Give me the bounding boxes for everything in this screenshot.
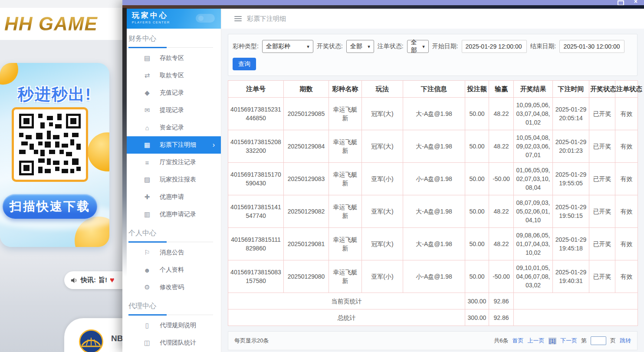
- sidebar-item-hall-bet-record[interactable]: ≡厅室投注记录: [127, 154, 221, 171]
- order-status-label: 注单状态:: [378, 43, 404, 50]
- start-date-input[interactable]: [462, 40, 527, 53]
- sidebar-item-profile[interactable]: ☻个人资料: [127, 261, 221, 279]
- lottery-type-value: 全部彩种: [266, 43, 290, 50]
- sidebar-item-withdraw[interactable]: ⇄取款专区: [127, 67, 221, 84]
- column-header: 投注额: [465, 81, 489, 98]
- sidebar-item-label: 优惠申请: [160, 193, 184, 201]
- sidebar-section-title: 代理中心: [128, 302, 213, 315]
- table-cell: 2025-01-29 19:40:31: [553, 260, 589, 293]
- table-cell: 2025-01-29 19:50:15: [553, 195, 589, 228]
- table-cell: 冠军(大): [362, 98, 403, 130]
- column-header: 期数: [284, 81, 329, 98]
- summary-bet-total: 300.00: [465, 309, 489, 326]
- table-cell: 20250129084: [284, 130, 329, 163]
- table-cell: 50.00: [465, 98, 489, 130]
- bridge-logo-svg: [80, 331, 102, 352]
- column-header: 注单号: [228, 81, 284, 98]
- table-cell: 401569173815208332200: [228, 130, 284, 163]
- table-cell: 50.00: [465, 195, 489, 228]
- nba-widget-card[interactable]: NB: [64, 318, 127, 352]
- sidebar-item-promo-apply[interactable]: ✚优惠申请: [127, 188, 221, 206]
- stats-icon: ◫: [143, 339, 151, 347]
- draw-status-label: 开奖状态:: [317, 43, 343, 50]
- table-cell: 09,08,06,05,01,07,04,03,10,02: [514, 228, 553, 260]
- sidebar-item-label: 玩家投注报表: [160, 176, 196, 184]
- sidebar-item-promo-apply-record[interactable]: ▥优惠申请记录: [127, 206, 221, 223]
- sidebar-item-funds-record[interactable]: ⌂资金记录: [127, 119, 221, 136]
- table-cell: 48.22: [489, 98, 514, 130]
- promo-apply-record-icon: ▥: [143, 211, 151, 218]
- current-page-indicator: [1]: [549, 338, 556, 344]
- players-center-window: × 玩家中心 PLAYERS CENTER 财务中心▤存款专区⇄取款专区◆充值记…: [122, 0, 644, 352]
- table-cell: 50.00: [465, 163, 489, 195]
- table-cell: 亚军(小): [362, 163, 403, 195]
- draw-status-select[interactable]: 全部 ▾: [346, 40, 374, 53]
- jump-suffix-label: 页: [610, 337, 616, 345]
- lottery-type-select[interactable]: 全部彩种 ▾: [262, 40, 313, 53]
- sidebar-item-agent-team-stats[interactable]: ◫代理团队统计: [127, 334, 221, 352]
- sidebar-item-lottery-bet-detail[interactable]: ▦彩票下注明细›: [127, 136, 221, 154]
- next-page-link[interactable]: 下一页: [560, 337, 577, 345]
- table-row: 40156917381517059043020250129083幸运飞艇新亚军(…: [228, 163, 638, 195]
- table-cell: -50.00: [489, 260, 514, 293]
- sidebar-item-label: 厅室投注记录: [160, 158, 196, 166]
- ticker-label: 快讯:: [81, 276, 96, 284]
- column-header: 开奖结果: [514, 81, 553, 98]
- table-row: 40156917381520833220020250129084幸运飞艇新冠军(…: [228, 130, 638, 163]
- table-cell: 有效: [615, 260, 638, 293]
- recharge-record-icon: ◆: [143, 89, 151, 97]
- query-button[interactable]: 查询: [233, 58, 256, 70]
- lottery-bet-detail-icon: ▦: [143, 141, 151, 149]
- sidebar-item-announcements[interactable]: ⚐消息公告: [127, 244, 221, 261]
- order-status-select[interactable]: 全部 ▾: [407, 40, 429, 53]
- page-jump-input[interactable]: [591, 336, 606, 345]
- table-cell: 2025-01-29 19:45:18: [553, 228, 589, 260]
- table-cell: 01,06,05,09,02,07,03,10,08,04: [514, 163, 553, 195]
- sidebar-item-label: 代理规则说明: [160, 322, 196, 329]
- table-cell: 401569173815231446850: [228, 98, 284, 130]
- column-header: 下注信息: [403, 81, 465, 98]
- sidebar-item-recharge-record[interactable]: ◆充值记录: [127, 84, 221, 102]
- sidebar-item-label: 存款专区: [160, 54, 184, 62]
- summary-label: 当前页统计: [228, 293, 465, 309]
- table-cell: 50.00: [465, 130, 489, 163]
- sidebar-menu: 财务中心▤存款专区⇄取款专区◆充值记录✉提现记录⌂资金记录▦彩票下注明细›≡厅室…: [122, 34, 221, 352]
- sidebar-item-deposit[interactable]: ▤存款专区: [127, 49, 221, 67]
- site-logo-strip: HH GAME: [0, 8, 127, 40]
- table-cell: 已开奖: [589, 195, 615, 228]
- jump-prefix-label: 第: [581, 337, 587, 345]
- page-edge-shadow: [122, 8, 127, 277]
- app-download-promo-card: 秒进秒出!: [0, 63, 109, 247]
- chevron-down-icon: ▾: [422, 44, 425, 49]
- promo-apply-icon: ✚: [143, 193, 151, 201]
- news-ticker[interactable]: 快讯: 旨! ♥: [64, 271, 127, 289]
- jump-button[interactable]: 跳转: [620, 337, 631, 345]
- table-cell: 小-A盘@1.98: [403, 163, 465, 195]
- table-cell: 20250129083: [284, 163, 329, 195]
- scan-download-button[interactable]: 扫描快速下载: [3, 194, 97, 219]
- end-date-input[interactable]: [559, 40, 624, 53]
- table-cell: 50.00: [465, 260, 489, 293]
- summary-label: 总统计: [228, 309, 465, 326]
- table-cell: 幸运飞艇新: [329, 260, 362, 293]
- table-cell: 已开奖: [589, 130, 615, 163]
- sidebar-item-agent-rules[interactable]: ▯代理规则说明: [127, 317, 221, 334]
- table-cell: 幸运飞艇新: [329, 98, 362, 130]
- sidebar-item-withdrawal-record[interactable]: ✉提现记录: [127, 102, 221, 119]
- close-icon[interactable]: ×: [634, 0, 637, 4]
- hamburger-icon[interactable]: [234, 16, 242, 21]
- sidebar-item-player-bet-report[interactable]: ▨玩家投注报表: [127, 171, 221, 188]
- sidebar-item-change-password[interactable]: ⚙修改密码: [127, 279, 221, 296]
- table-cell: 50.00: [465, 228, 489, 260]
- table-cell: 已开奖: [589, 98, 615, 130]
- table-row: 40156917381523144685020250129085幸运飞艇新冠军(…: [228, 98, 638, 130]
- banner-strip: [122, 5, 644, 9]
- table-cell: 20250129081: [284, 228, 329, 260]
- summary-row: 当前页统计300.0092.86: [228, 293, 638, 309]
- prev-page-link[interactable]: 上一页: [528, 337, 545, 345]
- sidebar-item-label: 提现记录: [160, 106, 184, 114]
- funds-record-icon: ⌂: [143, 124, 151, 132]
- first-page-link[interactable]: 首页: [513, 337, 524, 345]
- column-header: 开奖状态: [589, 81, 615, 98]
- total-count-text: 共6条: [494, 337, 508, 345]
